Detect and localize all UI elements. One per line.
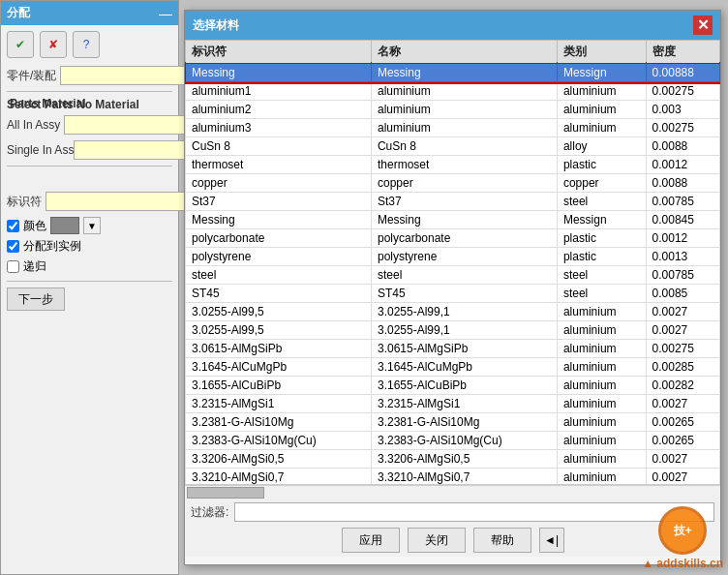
col-category: 类别 xyxy=(557,41,646,64)
table-row[interactable]: 3.0615-AlMgSiPb3.0615-AlMgSiPbaluminium0… xyxy=(186,340,720,358)
table-row[interactable]: 3.2383-G-AlSi10Mg(Cu)3.2383-G-AlSi10Mg(C… xyxy=(186,432,720,450)
table-row[interactable]: ST45ST45steel0.0085 xyxy=(186,285,720,303)
distribute-label: 分配到实例 xyxy=(23,238,81,255)
table-row[interactable]: 3.1655-AlCuBiPb3.1655-AlCuBiPbaluminium0… xyxy=(186,377,720,395)
x-icon: ✘ xyxy=(48,38,58,51)
identifier-input[interactable] xyxy=(46,192,198,211)
sidebar-toggle-button[interactable]: ◄| xyxy=(539,528,564,553)
table-row[interactable]: coppercoppercopper0.0088 xyxy=(186,174,720,193)
table-row[interactable]: polycarbonatepolycarbonateplastic0.0012 xyxy=(186,229,720,248)
color-checkbox[interactable] xyxy=(7,220,19,232)
dialog-help-button[interactable]: 帮助 xyxy=(473,528,531,553)
table-row[interactable]: 3.0255-Al99,53.0255-Al99,1aluminium0.002… xyxy=(186,303,720,321)
recurse-checkbox[interactable] xyxy=(7,260,19,273)
dialog-title-text: 选择材料 xyxy=(193,17,239,34)
table-row[interactable]: CuSn 8CuSn 8alloy0.0088 xyxy=(186,137,720,156)
table-row[interactable]: 3.0255-Al99,53.0255-Al99,1aluminium0.002… xyxy=(186,321,720,340)
table-row[interactable]: St37St37steel0.00785 xyxy=(186,193,720,211)
close-button[interactable]: 关闭 xyxy=(408,528,466,553)
table-row[interactable]: 3.2315-AlMgSi13.2315-AlMgSi1aluminium0.0… xyxy=(186,395,720,413)
apply-button[interactable]: 应用 xyxy=(342,528,400,553)
table-row[interactable]: thermosetthermosetplastic0.0012 xyxy=(186,156,720,174)
table-row[interactable]: 3.2381-G-AlSi10Mg3.2381-G-AlSi10Mgalumin… xyxy=(186,413,720,432)
recurse-label: 递归 xyxy=(23,258,46,275)
watermark-site-text: addskills.cn xyxy=(656,557,723,570)
left-title: 分配 xyxy=(7,5,30,21)
watermark-circle: 技+ xyxy=(658,506,707,555)
left-title-bar: 分配 — xyxy=(1,1,178,25)
table-row[interactable]: polystyrenepolystyreneplastic0.0013 xyxy=(186,248,720,266)
table-row[interactable]: MessingMessingMessign0.00888 xyxy=(186,64,720,82)
next-button[interactable]: 下一步 xyxy=(7,288,65,311)
sidebar-arrow-icon: ◄| xyxy=(544,533,559,547)
table-row[interactable]: steelsteelsteel0.00785 xyxy=(186,266,720,285)
distribute-checkbox[interactable] xyxy=(7,240,19,253)
color-dropdown[interactable]: ▼ xyxy=(83,217,101,234)
part-assembly-label: 零件/装配 xyxy=(7,68,56,84)
help-button[interactable]: ? xyxy=(73,31,100,58)
table-row[interactable]: 3.3206-AlMgSi0,53.3206-AlMgSi0,5aluminiu… xyxy=(186,450,720,469)
table-row[interactable]: aluminium1aluminiumaluminium0.00275 xyxy=(186,82,720,101)
watermark-site: ▲ addskills.cn xyxy=(642,557,723,570)
single-in-assy-label: Single In Assy xyxy=(7,143,70,157)
check-button[interactable]: ✔ xyxy=(7,31,34,58)
table-row[interactable]: aluminium3aluminiumaluminium0.00275 xyxy=(186,119,720,137)
check-icon: ✔ xyxy=(15,38,25,51)
col-density: 密度 xyxy=(646,41,719,64)
left-close-button[interactable]: — xyxy=(159,6,172,21)
color-label: 颜色 xyxy=(23,218,46,234)
identifier-label: 标识符 xyxy=(7,194,42,210)
color-swatch xyxy=(50,217,79,234)
dialog-close-button[interactable]: ✕ xyxy=(693,15,713,35)
watermark-prefix: ▲ xyxy=(642,557,653,570)
watermark-circle-text: 技+ xyxy=(674,523,692,539)
table-row[interactable]: aluminium2aluminiumaluminium0.003 xyxy=(186,101,720,119)
parts-material-label: Parts Material xyxy=(10,97,86,110)
material-table-container[interactable]: 标识符 名称 类别 密度 MessingMessingMessign0.0088… xyxy=(185,40,720,485)
table-row[interactable]: MessingMessingMessign0.00845 xyxy=(186,211,720,229)
watermark: 技+ ▲ addskills.cn xyxy=(642,506,723,570)
horizontal-scrollbar[interactable] xyxy=(185,485,720,499)
dialog-title-bar: 选择材料 ✕ xyxy=(185,11,720,40)
table-row[interactable]: 3.1645-AlCuMgPb3.1645-AlCuMgPbaluminium0… xyxy=(186,358,720,377)
dialog-footer: 过滤器: 应用 关闭 帮助 ◄| xyxy=(185,499,720,557)
filter-label: 过滤器: xyxy=(191,504,228,521)
col-name: 名称 xyxy=(371,41,557,64)
all-in-assy-label: All In Assy xyxy=(7,118,60,132)
col-identifier: 标识符 xyxy=(186,41,372,64)
help-icon: ? xyxy=(83,38,90,51)
cancel-button[interactable]: ✘ xyxy=(40,31,67,58)
table-row[interactable]: 3.3210-AlMgSi0,73.3210-AlMgSi0,7aluminiu… xyxy=(186,469,720,486)
left-panel: 分配 — ✔ ✘ ? 零件/装配 Select Parts No Materia… xyxy=(0,0,179,575)
select-material-dialog: 选择材料 ✕ 标识符 名称 类别 密度 MessingMessingMessig… xyxy=(184,10,721,565)
material-table: 标识符 名称 类别 密度 MessingMessingMessign0.0088… xyxy=(185,40,720,485)
